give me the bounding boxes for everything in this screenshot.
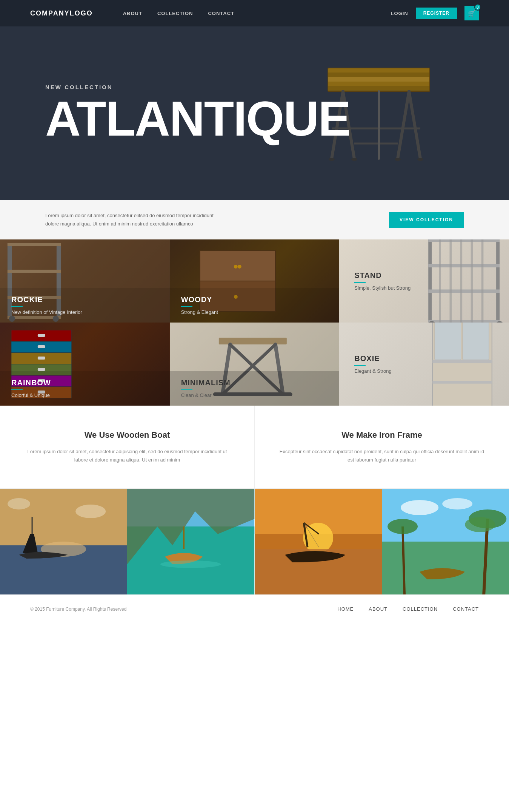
product-rainbow[interactable]: RAINBOW Colorful & Unique <box>0 323 170 406</box>
products-grid: ROCKIE New definition of Vintage Interio… <box>0 239 509 406</box>
rainbow-desc: Colorful & Unique <box>11 392 158 398</box>
features-section: We Use Wooden Boat Lorem ipsum dolor sit… <box>0 406 509 489</box>
svg-rect-54 <box>38 345 45 348</box>
woody-overlay: WOODY Strong & Elegant <box>170 288 340 323</box>
feature-iron-desc: Excepteur sint occaecat cupidatat non pr… <box>277 448 486 464</box>
feature-wood-title: We Use Wooden Boat <box>85 430 170 440</box>
product-stand[interactable]: STAND Simple, Stylish but Strong <box>339 239 509 323</box>
svg-point-98 <box>442 498 472 509</box>
feature-iron: We Make Iron Frame Excepteur sint occaec… <box>255 406 509 488</box>
stand-desc: Simple, Stylish but Strong <box>354 285 494 291</box>
rockie-divider <box>11 306 23 307</box>
hero-subtitle: NEW COLLECTION <box>45 84 350 90</box>
minimalism-name: MINIMALISM <box>181 378 328 387</box>
svg-point-15 <box>395 158 401 161</box>
svg-point-96 <box>388 519 418 534</box>
view-collection-button[interactable]: VIEW COLLECTION <box>389 212 464 228</box>
rockie-overlay: ROCKIE New definition of Vintage Interio… <box>0 288 170 323</box>
footer-copyright: © 2015 Furniture Company. All Rights Res… <box>30 607 126 612</box>
hero-description: Lorem ipsum dolor sit amet, consectetur … <box>45 211 226 228</box>
svg-point-31 <box>237 265 241 269</box>
boxie-name: BOXIE <box>354 354 494 363</box>
svg-rect-1 <box>328 73 430 77</box>
hero-title-right: TIQUE <box>204 91 350 146</box>
svg-rect-34 <box>496 239 500 323</box>
rainbow-divider <box>11 389 23 390</box>
svg-rect-53 <box>38 334 45 337</box>
hero-title-left: ATLAN <box>45 91 204 146</box>
footer-nav: Home About Collection Contact <box>337 606 479 612</box>
company-logo: COMPANYLOGO <box>30 9 93 17</box>
boat-image-2 <box>127 489 254 594</box>
hero-content: NEW COLLECTION ATLANTIQUE <box>0 84 350 143</box>
cart-badge: 0 <box>474 4 481 11</box>
svg-point-94 <box>465 517 495 532</box>
boat-image-3 <box>255 489 382 594</box>
login-link[interactable]: LOGIN <box>391 11 408 16</box>
svg-point-82 <box>160 560 221 568</box>
header-right: LOGIN REGISTER 🛒 0 <box>391 6 479 20</box>
boat-images-section <box>0 489 509 594</box>
svg-rect-20 <box>8 243 61 246</box>
svg-line-9 <box>409 91 420 159</box>
woody-divider <box>181 306 192 307</box>
feature-wood-desc: Lorem ipsum dolor sit amet, consectetur … <box>23 448 232 464</box>
svg-rect-28 <box>200 251 275 281</box>
feature-iron-title: We Make Iron Frame <box>341 430 422 440</box>
feature-wood: We Use Wooden Boat Lorem ipsum dolor sit… <box>0 406 255 488</box>
rainbow-name: RAINBOW <box>11 378 158 387</box>
svg-rect-0 <box>328 68 430 73</box>
minimalism-divider <box>181 389 192 390</box>
svg-point-97 <box>401 500 438 515</box>
stand-name: STAND <box>354 271 494 280</box>
rockie-desc: New definition of Vintage Interior <box>11 309 158 315</box>
footer-nav-home[interactable]: Home <box>337 606 354 612</box>
nav-contact[interactable]: CONTACT <box>208 11 234 16</box>
svg-rect-70 <box>433 381 492 384</box>
svg-point-78 <box>75 505 106 518</box>
main-nav: ABOUT COLLECTION CONTACT <box>123 11 234 16</box>
woody-name: WOODY <box>181 295 328 304</box>
minimalism-desc: Clean & Clear <box>181 392 328 398</box>
svg-point-13 <box>329 158 335 161</box>
svg-point-16 <box>417 158 423 161</box>
boat-image-1 <box>0 489 127 594</box>
svg-point-77 <box>8 498 30 509</box>
product-boxie[interactable]: BOXIE Elegant & Strong <box>339 323 509 406</box>
woody-desc: Strong & Elegant <box>181 309 328 315</box>
footer-nav-about[interactable]: About <box>369 606 388 612</box>
header: COMPANYLOGO ABOUT COLLECTION CONTACT LOG… <box>0 0 509 26</box>
product-woody[interactable]: WOODY Strong & Elegant <box>170 239 340 323</box>
boat-image-4 <box>382 489 509 594</box>
footer-nav-contact[interactable]: Contact <box>453 606 479 612</box>
svg-rect-91 <box>382 542 509 594</box>
svg-point-30 <box>234 265 237 269</box>
svg-point-85 <box>303 523 333 553</box>
rainbow-overlay: RAINBOW Colorful & Unique <box>0 371 170 406</box>
svg-rect-55 <box>38 357 45 360</box>
rockie-name: ROCKIE <box>11 295 158 304</box>
nav-collection[interactable]: COLLECTION <box>157 11 193 16</box>
svg-rect-2 <box>328 77 430 82</box>
minimalism-overlay: MINIMALISM Clean & Clear <box>170 371 340 406</box>
register-button[interactable]: REGISTER <box>416 8 457 19</box>
footer: © 2015 Furniture Company. All Rights Res… <box>0 594 509 623</box>
svg-line-8 <box>398 91 409 159</box>
boxie-desc: Elegant & Strong <box>354 368 494 374</box>
product-rockie[interactable]: ROCKIE New definition of Vintage Interio… <box>0 239 170 323</box>
svg-rect-21 <box>8 270 61 273</box>
cart-button[interactable]: 🛒 0 <box>464 6 479 20</box>
hero-title: ATLANTIQUE <box>45 94 350 143</box>
boxie-divider <box>354 365 366 366</box>
hero-bottom: Lorem ipsum dolor sit amet, consectetur … <box>0 200 509 239</box>
nav-about[interactable]: ABOUT <box>123 11 142 16</box>
svg-rect-56 <box>38 368 45 371</box>
stand-divider <box>354 282 366 283</box>
footer-nav-collection[interactable]: Collection <box>403 606 438 612</box>
svg-point-14 <box>351 158 357 161</box>
hero-section: NEW COLLECTION ATLANTIQUE <box>0 26 509 200</box>
product-minimalism[interactable]: MINIMALISM Clean & Clear <box>170 323 340 406</box>
